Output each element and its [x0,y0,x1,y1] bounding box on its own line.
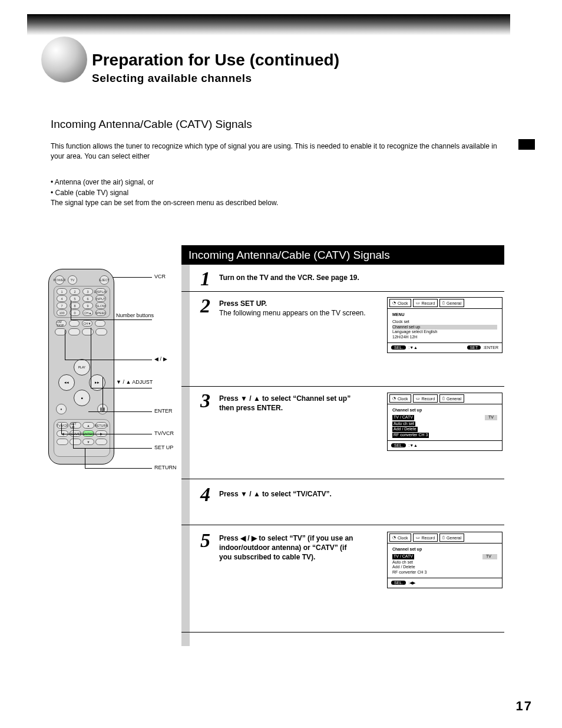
osd-row: Add / Delete [392,565,497,570]
header-gradient [27,14,510,35]
divider [181,479,504,479]
osd-tab-clock: ◔Clock [389,394,411,403]
remote-numpad: 1 2 3 DISPLAY 4 5 6 INPUT 7 8 9 SLOW 100… [54,286,110,318]
callout-adjust: ▼ / ▲ ADJUST [116,379,157,385]
remote-btn-speed: SPEED [95,309,106,316]
osd-row: RF converter CH 3 [392,570,497,575]
remote-num-2: 2 [70,288,80,295]
divider [181,386,504,387]
remote-btn-rec: ● [56,404,67,414]
osd-screen-3: ◔Clock ▭Record ▯General Channel set up T… [387,532,503,588]
remote-btn [69,320,80,327]
remote-num-9: 9 [82,302,93,309]
general-icon: ▯ [442,535,445,540]
callout-line [65,330,65,360]
osd-tab-general: ▯General [439,533,464,542]
remote-num-6: 6 [82,295,93,302]
remote-btn [70,439,81,445]
remote-btn-100: 100 [57,309,67,316]
callout-tvvcr: TV/VCR [154,430,174,436]
osd-tab-record: ▭Record [413,533,438,542]
osd-footer: SEL. :◀▶ [388,578,502,588]
tape-icon: ▭ [416,535,420,540]
callout-line [71,319,152,320]
step-1-line: Turn on the TV and the VCR. See page 19. [219,274,359,282]
callout-line [85,468,152,469]
sphere-decoration [41,37,87,83]
osd-key-hint: :▼▲ [408,443,418,447]
remote-num-7: 7 [57,302,67,309]
intro-text: This function allows the tuner to recogn… [51,141,510,162]
osd-body: Channel set up TV / CATV TV Auto ch set … [388,404,502,440]
section-heading: Incoming Antenna/Cable (CATV) Signals [51,118,252,131]
remote-btn-input: INPUT [95,295,106,302]
remote-btn-tvvcr: TV/VCR [57,422,68,429]
remote-num-1: 1 [57,288,67,295]
clock-icon: ◔ [392,301,396,305]
osd-tab-record: ▭Record [413,299,438,307]
osd-row: 12H/24H 12H [392,335,497,340]
step-number: 5 [200,529,210,552]
chapter-subtitle: Selecting available channels [92,72,252,85]
tab-label: General [447,397,461,401]
tab-label: General [447,301,461,305]
tape-icon: ▭ [416,396,420,401]
osd-title: MENU [392,312,497,318]
remote-btn [95,328,107,335]
callout-line [85,448,85,468]
remote-btn-slow: SLOW [95,302,106,309]
osd-row: Add / Delete [392,427,418,432]
osd-row: Auto ch set [392,560,497,565]
callout-return: RETURN [154,465,177,470]
remote-btn-stop: ■ [74,390,90,406]
remote-btn-display: DISPLAY [95,288,106,295]
tab-label: Record [422,301,435,305]
remote-btn-setup: SET UP [70,422,81,429]
step-3-line1: Press ▼ / ▲ to select “Channel set up” [219,394,351,403]
step-number: 1 [200,268,210,290]
clock-icon: ◔ [392,535,396,540]
osd-row-value: TV [485,415,497,420]
osd-key: SET [467,345,481,350]
remote-btn-chup: CH▲ [82,309,93,316]
osd-footer: SEL. :▼▲ SET :ENTER [388,342,502,353]
osd-tab-general: ▯General [439,394,464,403]
bullet-2: • Cable (cable TV) signal [51,187,510,198]
callout-line [91,388,152,388]
remote-btn [82,328,94,335]
tab-label: Record [422,536,435,540]
callout-line [103,377,103,411]
osd-key-hint: :▼▲ [408,345,418,350]
step-3-text: Press ▼ / ▲ to select “Channel set up” t… [219,394,351,413]
side-tab [518,139,535,150]
remote-btn-cmskip: CM SKIP [56,320,67,327]
callout-vcr: VCR [154,274,166,279]
step-column-bg [181,265,190,646]
osd-body: Channel set up TV / CATV TV Auto ch set … [388,543,502,578]
osd-row-highlight: Channel set up [392,325,497,330]
osd-tabs: ◔Clock ▭Record ▯General [388,532,502,543]
callout-line [65,360,152,360]
remote-btn-up: ▲ [82,422,94,429]
remote-btn [57,439,68,445]
step-1-text: Turn on the TV and the VCR. See page 19. [219,273,359,282]
osd-row-label: TV / CATV [392,554,414,559]
osd-row: RF converter CH 3 [392,433,429,438]
remote-btn-down: ▼ [82,439,94,445]
osd-tab-record: ▭Record [413,394,438,403]
osd-key: SEL. [391,443,406,447]
step-2-line1: Press SET UP. [219,299,366,308]
tab-label: Clock [398,536,408,540]
step-3-line2: then press ENTER. [219,403,351,413]
remote-btn-power: POWER [55,275,64,285]
osd-row-label: TV / CATV [392,415,414,420]
remote-control-illustration: POWER TV EJECT 1 2 3 DISPLAY 4 5 6 INPUT… [48,269,114,465]
osd-tabs: ◔Clock ▭Record ▯General [388,298,502,309]
callout-line [71,301,71,319]
osd-row-value: TV [482,554,497,559]
osd-title: Channel set up [392,547,497,552]
remote-lower-panel: TV/VCR SET UP ▲ RETURN ◀ ADJUST ENTER ▶ … [54,419,110,457]
osd-row: Auto ch set [392,421,415,427]
page-number: 17 [516,699,533,714]
remote-btn-chdn: CH▼ [82,320,92,327]
